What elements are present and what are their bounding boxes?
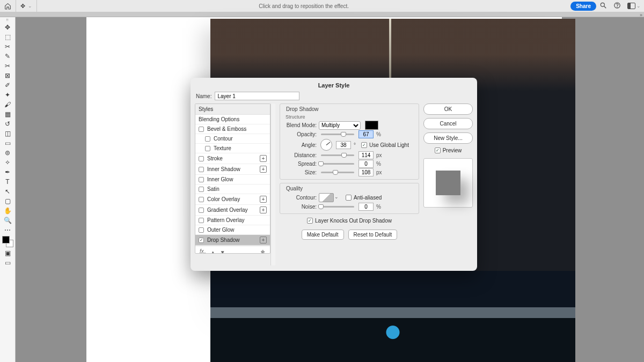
style-bevel-emboss[interactable]: Bevel & Emboss [195, 124, 270, 134]
preview-checkbox[interactable] [435, 147, 441, 153]
style-satin[interactable]: Satin [195, 184, 270, 194]
search-icon[interactable] [599, 2, 607, 10]
shadow-color-swatch[interactable] [365, 121, 378, 130]
angle-label: Angle: [283, 142, 317, 148]
style-checkbox[interactable] [199, 177, 204, 182]
style-inner-glow[interactable]: Inner Glow [195, 175, 270, 184]
noise-slider[interactable] [321, 206, 354, 208]
knockout-checkbox[interactable] [307, 218, 313, 224]
trash-icon[interactable]: 🗑 [260, 249, 266, 254]
style-checkbox[interactable] [199, 208, 204, 213]
tool-healing[interactable]: ✦ [1, 90, 14, 100]
styles-header[interactable]: Styles [195, 104, 270, 115]
angle-dial[interactable] [320, 139, 332, 151]
tool-crop[interactable]: ✂ [1, 61, 14, 71]
tool-zoom[interactable]: 🔍 [1, 216, 14, 225]
style-color-overlay[interactable]: Color Overlay+ [195, 194, 270, 205]
style-checkbox[interactable] [199, 187, 204, 192]
style-checkbox[interactable] [199, 127, 204, 132]
global-light-checkbox[interactable] [361, 142, 367, 148]
home-button[interactable] [0, 0, 16, 12]
style-checkbox[interactable] [205, 146, 210, 151]
style-inner-shadow[interactable]: Inner Shadow+ [195, 164, 270, 175]
screen-mode-tool[interactable]: ▭ [1, 258, 14, 268]
size-input[interactable] [358, 168, 374, 176]
share-button[interactable]: Share [570, 2, 596, 11]
tool-hand[interactable]: ✋ [1, 206, 14, 216]
tool-move[interactable]: ✥ [1, 23, 14, 32]
add-effect-icon[interactable]: + [260, 206, 267, 213]
screen-mode-button[interactable] [627, 3, 635, 9]
foreground-color[interactable] [2, 236, 10, 243]
layer-name-input[interactable] [215, 92, 299, 100]
distance-slider[interactable] [321, 154, 354, 156]
tool-lasso[interactable]: ✂ [1, 42, 14, 51]
tool-blur[interactable]: ⊚ [1, 148, 14, 158]
reset-default-button[interactable]: Reset to Default [348, 230, 398, 240]
help-icon[interactable] [613, 2, 621, 10]
style-gradient-overlay[interactable]: Gradient Overlay+ [195, 205, 270, 216]
angle-input[interactable] [336, 141, 351, 149]
tool-rectangle[interactable]: ▢ [1, 196, 14, 206]
angle-unit: ° [354, 142, 356, 148]
move-up-icon[interactable]: ▲ [210, 249, 216, 254]
ok-button[interactable]: OK [423, 104, 473, 115]
anti-aliased-checkbox[interactable] [346, 195, 352, 201]
tool-dodge[interactable]: ✧ [1, 158, 14, 167]
tool-brush[interactable]: 🖌 [1, 100, 14, 109]
color-swatches[interactable] [2, 236, 13, 247]
style-checkbox[interactable] [199, 218, 204, 223]
style-checkbox[interactable] [199, 238, 204, 243]
distance-input[interactable] [358, 151, 374, 159]
tool-pen[interactable]: ✒ [1, 167, 14, 177]
style-stroke[interactable]: Stroke+ [195, 153, 270, 164]
tool-marquee[interactable]: ⬚ [1, 32, 14, 42]
style-checkbox[interactable] [199, 156, 204, 161]
panel-grip-icon[interactable]: ⠿ [6, 18, 9, 23]
opacity-slider[interactable] [321, 134, 354, 135]
style-checkbox[interactable] [205, 136, 210, 142]
contour-label: Contour: [283, 195, 317, 201]
quick-mask-button[interactable]: ▣ [1, 248, 14, 258]
chevron-down-icon[interactable]: ⌄ [636, 3, 641, 9]
add-effect-icon[interactable]: + [260, 196, 267, 203]
tool-path-select[interactable]: ↖ [1, 187, 14, 196]
style-pattern-overlay[interactable]: Pattern Overlay [195, 216, 270, 225]
opacity-input[interactable] [358, 130, 374, 138]
contour-picker[interactable] [319, 193, 334, 202]
move-tool-indicator[interactable]: ✥ ⌄ [16, 0, 37, 12]
size-slider[interactable] [321, 172, 354, 173]
style-contour[interactable]: Contour [195, 134, 270, 144]
new-style-button[interactable]: New Style... [423, 132, 473, 144]
spread-input[interactable] [358, 160, 374, 168]
add-effect-icon[interactable]: + [260, 155, 267, 162]
style-checkbox[interactable] [199, 227, 204, 233]
tool-type[interactable]: T [1, 177, 14, 187]
spread-slider[interactable] [321, 163, 354, 165]
noise-input[interactable] [358, 203, 374, 211]
blending-options[interactable]: Blending Options [195, 115, 270, 124]
tool-eyedropper[interactable]: ✐ [1, 80, 14, 90]
move-icon: ✥ [20, 3, 25, 10]
blend-mode-select[interactable]: Multiply [319, 121, 361, 130]
tool-eraser[interactable]: ◫ [1, 129, 14, 138]
style-outer-glow[interactable]: Outer Glow [195, 225, 270, 235]
add-effect-icon[interactable]: + [260, 237, 267, 243]
add-effect-icon[interactable]: + [260, 166, 267, 173]
tool-gradient[interactable]: ▭ [1, 138, 14, 148]
styles-scrollbar[interactable] [270, 104, 275, 265]
move-down-icon[interactable]: ▼ [220, 249, 225, 254]
make-default-button[interactable]: Make Default [302, 230, 344, 240]
tool-clone[interactable]: ▦ [1, 109, 14, 119]
style-checkbox[interactable] [199, 167, 204, 172]
style-checkbox[interactable] [199, 197, 204, 202]
style-drop-shadow[interactable]: Drop Shadow+ [195, 235, 270, 246]
tool-quick-select[interactable]: ✎ [1, 51, 14, 61]
tool-edit-toolbar[interactable]: ⋯ [1, 225, 14, 235]
fx-menu-icon[interactable]: fx▾ [200, 248, 206, 254]
size-label: Size: [283, 169, 317, 175]
tool-frame[interactable]: ⊠ [1, 71, 14, 80]
style-texture[interactable]: Texture [195, 144, 270, 153]
tool-history-brush[interactable]: ↺ [1, 119, 14, 129]
cancel-button[interactable]: Cancel [423, 118, 473, 129]
